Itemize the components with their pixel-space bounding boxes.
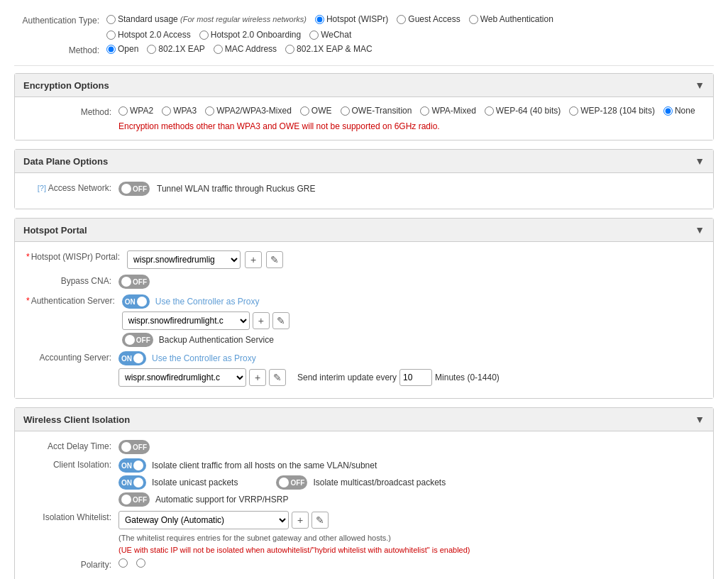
encryption-header[interactable]: Encryption Options ▼ xyxy=(15,74,713,97)
polarity-option2[interactable] xyxy=(136,558,145,568)
auth-hotspot-wispr[interactable]: Hotspot (WISPr) xyxy=(315,14,388,24)
accounting-server-toggle[interactable]: ON xyxy=(118,351,146,365)
auth-type-label: Authentication Type: xyxy=(14,14,106,26)
accounting-server-controls: ON Use the Controller as Proxy wispr.sno… xyxy=(118,351,500,387)
auth-wechat[interactable]: WeChat xyxy=(309,30,351,40)
hotspot-portal-title: Hotspot Portal xyxy=(23,225,87,236)
hotspot-portal-header[interactable]: Hotspot Portal ▼ xyxy=(15,219,713,242)
enc-wep128[interactable]: WEP-128 (104 bits) xyxy=(569,106,655,116)
enc-owe-transition[interactable]: OWE-Transition xyxy=(341,106,412,116)
wireless-isolation-panel: Wireless Client Isolation ▼ Acct Delay T… xyxy=(14,407,714,579)
acct-delay-controls: OFF xyxy=(118,440,150,454)
auth-web-auth[interactable]: Web Authentication xyxy=(469,14,553,24)
auth-server-toggle[interactable]: ON xyxy=(122,294,150,309)
wireless-isolation-title: Wireless Client Isolation xyxy=(23,414,130,425)
data-plane-panel: Data Plane Options ▼ [?] Access Network:… xyxy=(14,149,714,209)
encryption-method-row: Method: WPA2 WPA3 WPA2/WPA3-Mixed OWE OW… xyxy=(26,106,702,117)
method-mac[interactable]: MAC Address xyxy=(214,44,277,54)
acct-delay-label: Acct Delay Time: xyxy=(26,440,118,451)
wireless-isolation-body: Acct Delay Time: OFF Client Isolation: O… xyxy=(15,431,713,579)
auth-server-controls: ON Use the Controller as Proxy wispr.sno… xyxy=(122,294,289,347)
method-label: Method: xyxy=(14,44,106,55)
data-plane-chevron-icon: ▼ xyxy=(695,155,705,167)
whitelist-edit-button[interactable]: ✎ xyxy=(311,512,329,529)
enc-wpa-mixed[interactable]: WPA-Mixed xyxy=(420,106,475,116)
bypass-cna-label: Bypass CNA: xyxy=(26,275,118,286)
polarity-row: Polarity: xyxy=(26,558,702,570)
accounting-server-label: Accounting Server: xyxy=(26,351,118,363)
minutes-label: Minutes (0-1440) xyxy=(435,373,500,382)
accounting-server-row: Accounting Server: ON Use the Controller… xyxy=(26,351,702,387)
enc-owe[interactable]: OWE xyxy=(300,106,332,116)
backup-auth-toggle[interactable]: OFF xyxy=(122,333,153,347)
encryption-body: Method: WPA2 WPA3 WPA2/WPA3-Mixed OWE OW… xyxy=(15,97,713,140)
page-container: Authentication Type: Standard usage (For… xyxy=(0,0,728,579)
backup-auth-label: Backup Authentication Service xyxy=(159,335,274,345)
auth-server-row: *Authentication Server: ON Use the Contr… xyxy=(26,294,702,347)
isolate-unicast-toggle[interactable]: ON xyxy=(118,475,146,490)
access-network-toggle[interactable]: OFF xyxy=(118,182,150,196)
polarity-label: Polarity: xyxy=(26,558,118,570)
whitelist-warning: (UE with static IP will not be isolated … xyxy=(118,546,470,554)
auth-guest-access[interactable]: Guest Access xyxy=(397,14,460,24)
hotspot-portal-body: *Hotspot (WISPr) Portal: wispr.snowfired… xyxy=(15,242,713,398)
isolation-whitelist-row: Isolation Whitelist: Gateway Only (Autom… xyxy=(26,511,702,554)
enc-wep64[interactable]: WEP-64 (40 bits) xyxy=(485,106,561,116)
encryption-chevron-icon: ▼ xyxy=(695,79,705,91)
enc-wpa2wpa3[interactable]: WPA2/WPA3-Mixed xyxy=(205,106,292,116)
bypass-cna-toggle[interactable]: OFF xyxy=(118,275,150,289)
auto-vrrp-label: Automatic support for VRRP/HSRP xyxy=(155,495,288,504)
portal-edit-button[interactable]: ✎ xyxy=(266,251,283,268)
whitelist-add-button[interactable]: + xyxy=(292,512,309,529)
client-isolation-controls: ON Isolate client traffic from all hosts… xyxy=(118,458,446,507)
auth-hotspot20-onboarding[interactable]: Hotspot 2.0 Onboarding xyxy=(199,30,301,40)
wireless-isolation-header[interactable]: Wireless Client Isolation ▼ xyxy=(15,408,713,431)
portal-add-button[interactable]: + xyxy=(245,251,262,268)
polarity-controls xyxy=(118,558,150,568)
bypass-cna-row: Bypass CNA: OFF xyxy=(26,275,702,289)
wireless-isolation-chevron-icon: ▼ xyxy=(695,414,705,425)
portal-select[interactable]: wispr.snowfiredrumlig xyxy=(127,250,241,269)
isolate-unicast-label: Isolate unicast packets xyxy=(152,478,238,487)
enc-method-controls: WPA2 WPA3 WPA2/WPA3-Mixed OWE OWE-Transi… xyxy=(118,106,700,116)
portal-row: *Hotspot (WISPr) Portal: wispr.snowfired… xyxy=(26,250,702,269)
interim-value-input[interactable] xyxy=(399,369,432,386)
access-network-label: Access Network: xyxy=(48,183,111,193)
auth-server-edit-button[interactable]: ✎ xyxy=(272,312,289,329)
auto-vrrp-toggle[interactable]: OFF xyxy=(118,492,150,507)
auth-standard[interactable]: Standard usage (For most regular wireles… xyxy=(106,14,307,24)
portal-label: Hotspot (WISPr) Portal: xyxy=(31,252,120,262)
isolation-whitelist-label: Isolation Whitelist: xyxy=(26,511,118,522)
acct-delay-toggle[interactable]: OFF xyxy=(118,440,150,454)
data-plane-header[interactable]: Data Plane Options ▼ xyxy=(15,150,713,173)
accounting-server-select[interactable]: wispr.snowfiredrumlight.c xyxy=(118,368,246,387)
accounting-server-add-button[interactable]: + xyxy=(249,369,266,386)
client-isolation-label: Client Isolation: xyxy=(26,458,118,470)
auth-hotspot20[interactable]: Hotspot 2.0 Access xyxy=(106,30,191,40)
isolation-whitelist-controls: Gateway Only (Automatic) + ✎ (The whitel… xyxy=(118,511,470,554)
method-controls: Open 802.1X EAP MAC Address 802.1X EAP &… xyxy=(106,44,377,54)
isolate-multicast-label: Isolate multicast/broadcast packets xyxy=(313,478,446,487)
polarity-option1[interactable] xyxy=(118,558,128,568)
whitelist-select[interactable]: Gateway Only (Automatic) xyxy=(118,511,289,529)
bypass-cna-controls: OFF xyxy=(118,275,150,289)
isolate-all-label: Isolate client traffic from all hosts on… xyxy=(152,461,377,470)
client-isolation-row: Client Isolation: ON Isolate client traf… xyxy=(26,458,702,507)
isolate-multicast-toggle[interactable]: OFF xyxy=(276,475,307,490)
method-dot1x-mac[interactable]: 802.1X EAP & MAC xyxy=(285,44,373,54)
auth-type-row: Authentication Type: Standard usage (For… xyxy=(14,14,714,26)
enc-none[interactable]: None xyxy=(663,106,695,116)
enc-wpa2[interactable]: WPA2 xyxy=(118,106,153,116)
auth-server-add-button[interactable]: + xyxy=(253,312,270,329)
tunnel-label: Tunnel WLAN traffic through Ruckus GRE xyxy=(157,184,315,194)
auth-type-controls: Standard usage (For most regular wireles… xyxy=(106,14,558,24)
method-dot1x-eap[interactable]: 802.1X EAP xyxy=(147,44,204,54)
enc-wpa3[interactable]: WPA3 xyxy=(162,106,197,116)
client-isolation-toggle[interactable]: ON xyxy=(118,458,146,473)
accounting-server-edit-button[interactable]: ✎ xyxy=(269,369,286,386)
access-network-controls: OFF Tunnel WLAN traffic through Ruckus G… xyxy=(118,182,315,196)
method-open[interactable]: Open xyxy=(106,44,138,54)
accounting-server-proxy-label: Use the Controller as Proxy xyxy=(152,353,256,363)
auth-server-select[interactable]: wispr.snowfiredrumlight.c xyxy=(122,311,250,330)
help-icon[interactable]: [?] xyxy=(38,184,46,192)
